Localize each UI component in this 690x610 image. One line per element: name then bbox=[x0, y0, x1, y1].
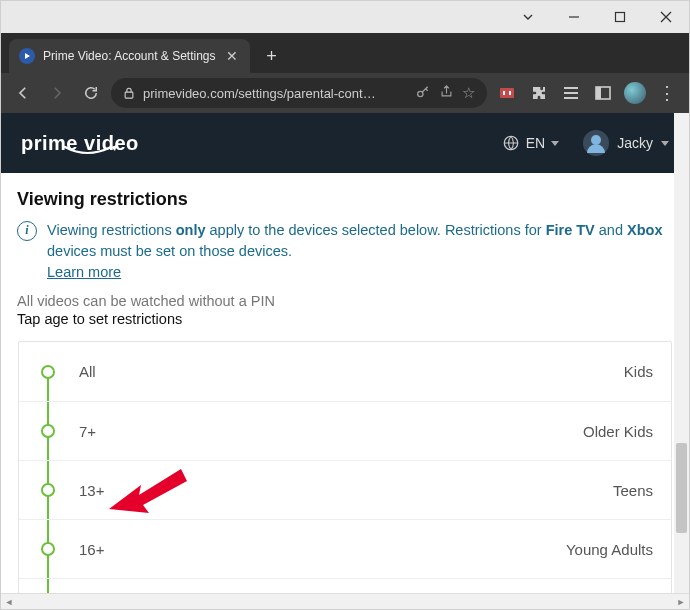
window-maximize[interactable] bbox=[597, 1, 643, 33]
svg-rect-7 bbox=[596, 87, 601, 99]
restriction-level-16plus[interactable]: 16+Young Adults bbox=[19, 519, 671, 578]
logo-smile-icon bbox=[63, 145, 119, 159]
prime-video-logo[interactable]: prime video bbox=[21, 132, 139, 155]
level-indicator-dot bbox=[41, 483, 55, 497]
vertical-scrollbar[interactable] bbox=[674, 113, 689, 593]
tab-close-icon[interactable]: ✕ bbox=[224, 48, 240, 64]
lock-icon bbox=[123, 87, 135, 99]
svg-point-2 bbox=[418, 91, 423, 96]
restriction-level-all[interactable]: AllKids bbox=[19, 342, 671, 401]
back-button[interactable] bbox=[9, 79, 37, 107]
window-dropdown[interactable] bbox=[505, 1, 551, 33]
instruction-text: Tap age to set restrictions bbox=[17, 311, 673, 327]
svg-rect-4 bbox=[503, 91, 505, 95]
info-icon: i bbox=[17, 221, 37, 241]
scrollbar-thumb[interactable] bbox=[676, 443, 687, 533]
username-label: Jacky bbox=[617, 135, 653, 151]
age-label: 16+ bbox=[79, 541, 104, 558]
svg-rect-1 bbox=[125, 92, 133, 98]
age-label: All bbox=[79, 363, 96, 380]
learn-more-link[interactable]: Learn more bbox=[47, 264, 121, 280]
user-menu[interactable]: Jacky bbox=[583, 130, 669, 156]
new-tab-button[interactable]: + bbox=[258, 42, 286, 70]
level-indicator-dot bbox=[41, 542, 55, 556]
tab-title: Prime Video: Account & Settings bbox=[43, 49, 216, 63]
forward-button[interactable] bbox=[43, 79, 71, 107]
svg-rect-5 bbox=[509, 91, 511, 95]
svg-rect-3 bbox=[500, 88, 514, 98]
horizontal-scrollbar[interactable]: ◄ ► bbox=[1, 593, 689, 609]
scroll-left-icon[interactable]: ◄ bbox=[1, 594, 17, 610]
restriction-level-7plus[interactable]: 7+Older Kids bbox=[19, 401, 671, 460]
chevron-down-icon bbox=[551, 141, 559, 146]
pin-status-text: All videos can be watched without a PIN bbox=[17, 293, 673, 309]
category-label: Kids bbox=[624, 363, 653, 380]
side-panel-icon[interactable] bbox=[591, 81, 615, 105]
extension-icon-1[interactable] bbox=[495, 81, 519, 105]
browser-toolbar: primevideo.com/settings/parental-cont… ☆… bbox=[1, 73, 689, 113]
browser-menu-icon[interactable]: ⋮ bbox=[655, 81, 679, 105]
favicon-icon bbox=[19, 48, 35, 64]
level-indicator-dot bbox=[41, 365, 55, 379]
age-label: 13+ bbox=[79, 482, 104, 499]
site-header: prime video EN Jacky bbox=[1, 113, 689, 173]
window-minimize[interactable] bbox=[551, 1, 597, 33]
bookmark-star-icon[interactable]: ☆ bbox=[462, 84, 475, 102]
window-titlebar bbox=[1, 1, 689, 33]
scroll-right-icon[interactable]: ► bbox=[673, 594, 689, 610]
language-selector[interactable]: EN bbox=[502, 134, 559, 152]
level-indicator-dot bbox=[41, 424, 55, 438]
globe-icon bbox=[502, 134, 520, 152]
reading-list-icon[interactable] bbox=[559, 81, 583, 105]
window-close[interactable] bbox=[643, 1, 689, 33]
svg-rect-0 bbox=[616, 13, 625, 22]
password-key-icon[interactable] bbox=[415, 84, 431, 103]
browser-tab[interactable]: Prime Video: Account & Settings ✕ bbox=[9, 39, 250, 73]
share-icon[interactable] bbox=[439, 84, 454, 102]
tab-strip: Prime Video: Account & Settings ✕ + bbox=[1, 33, 689, 73]
category-label: Teens bbox=[613, 482, 653, 499]
restriction-level-13plus[interactable]: 13+Teens bbox=[19, 460, 671, 519]
category-label: Older Kids bbox=[583, 423, 653, 440]
reload-button[interactable] bbox=[77, 79, 105, 107]
restriction-levels: AllKids7+Older Kids13+Teens16+Young Adul… bbox=[18, 341, 672, 593]
info-notice: i Viewing restrictions only apply to the… bbox=[17, 220, 673, 283]
avatar-icon bbox=[583, 130, 609, 156]
profile-avatar-icon[interactable] bbox=[623, 81, 647, 105]
language-label: EN bbox=[526, 135, 545, 151]
page-title: Viewing restrictions bbox=[17, 189, 673, 210]
page-content: prime video EN Jacky Viewing restriction… bbox=[1, 113, 689, 593]
restriction-level-18plus[interactable]: 18+Adults bbox=[19, 578, 671, 593]
url-text: primevideo.com/settings/parental-cont… bbox=[143, 86, 407, 101]
address-bar[interactable]: primevideo.com/settings/parental-cont… ☆ bbox=[111, 78, 487, 108]
chevron-down-icon bbox=[661, 141, 669, 146]
extensions-puzzle-icon[interactable] bbox=[527, 81, 551, 105]
age-label: 7+ bbox=[79, 423, 96, 440]
category-label: Young Adults bbox=[566, 541, 653, 558]
